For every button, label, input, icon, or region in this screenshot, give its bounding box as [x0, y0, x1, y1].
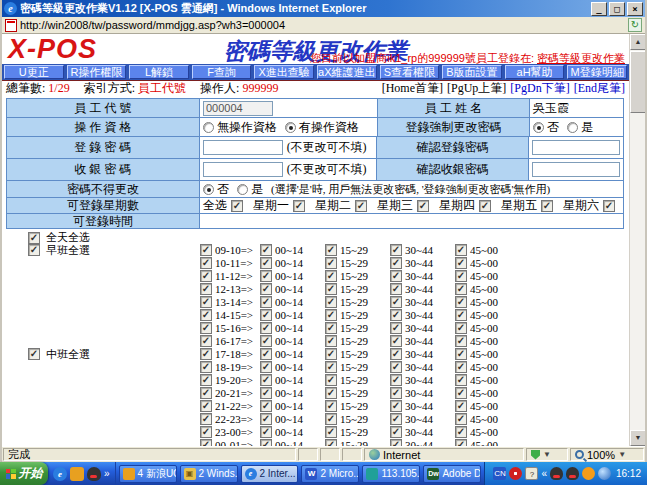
zoom-control[interactable]: 100%▼ [570, 448, 644, 461]
close-button[interactable]: × [627, 2, 643, 16]
checkbox[interactable]: ✓ [390, 296, 402, 308]
checkbox[interactable]: ✓ [325, 270, 337, 282]
toolbar-button[interactable]: M登錄明細 [567, 65, 627, 79]
checkbox[interactable]: ✓ [390, 283, 402, 295]
checkbox[interactable]: ✓ [325, 244, 337, 256]
checkbox[interactable]: ✓ [260, 296, 272, 308]
record-nav-link[interactable]: [Home首筆] [382, 80, 443, 97]
checkbox[interactable]: ✓ [260, 244, 272, 256]
checkbox[interactable]: ✓ [390, 400, 402, 412]
checkbox[interactable]: ✓ [417, 200, 429, 212]
protected-mode-panel[interactable]: ▼ [526, 448, 568, 461]
toolbar-button[interactable]: aX維護進出 [317, 65, 377, 79]
toolbar-button[interactable]: S查看權限 [380, 65, 440, 79]
checkbox[interactable]: ✓ [390, 309, 402, 321]
record-nav-link[interactable]: [PgUp上筆] [447, 80, 506, 97]
checkbox[interactable]: ✓ [260, 348, 272, 360]
checkbox[interactable]: ✓ [455, 426, 467, 438]
radio-button[interactable] [285, 122, 296, 133]
qq-tray-icon[interactable] [566, 467, 579, 480]
checkbox[interactable]: ✓ [603, 200, 615, 212]
checkbox[interactable]: ✓ [325, 361, 337, 373]
minimize-button[interactable]: _ [591, 2, 607, 16]
checkbox[interactable]: ✓ [260, 309, 272, 321]
checkbox[interactable]: ✓ [325, 335, 337, 347]
checkbox[interactable]: ✓ [231, 200, 243, 212]
checkbox[interactable]: ✓ [390, 374, 402, 386]
checkbox[interactable]: ✓ [293, 200, 305, 212]
checkbox[interactable]: ✓ [390, 439, 402, 446]
checkbox[interactable]: ✓ [200, 309, 212, 321]
checkbox[interactable]: ✓ [455, 257, 467, 269]
checkbox[interactable]: ✓ [200, 413, 212, 425]
fire-tray-icon[interactable] [582, 467, 595, 480]
radio-button[interactable] [533, 122, 544, 133]
checkbox[interactable]: ✓ [455, 387, 467, 399]
checkbox[interactable]: ✓ [325, 400, 337, 412]
checkbox[interactable]: ✓ [479, 200, 491, 212]
checkbox[interactable]: ✓ [200, 400, 212, 412]
checkbox[interactable]: ✓ [325, 309, 337, 321]
login-notice-link[interactable]: 密碼等級更改作業 [537, 52, 625, 64]
checkbox[interactable]: ✓ [325, 439, 337, 446]
checkbox[interactable]: ✓ [200, 270, 212, 282]
checkbox[interactable]: ✓ [541, 200, 553, 212]
checkbox[interactable]: ✓ [390, 270, 402, 282]
checkbox[interactable]: ✓ [355, 200, 367, 212]
task-button[interactable]: e2 Inter...▼ [241, 465, 299, 483]
radio-button[interactable] [237, 184, 248, 195]
checkbox[interactable]: ✓ [200, 335, 212, 347]
checkbox[interactable]: ✓ [325, 374, 337, 386]
maximize-button[interactable]: □ [609, 2, 625, 16]
record-nav-link[interactable]: [PgDn下筆] [510, 80, 569, 97]
start-button[interactable]: 开始 [0, 462, 48, 485]
checkbox[interactable]: ✓ [455, 413, 467, 425]
scroll-up-icon[interactable]: ▲ [630, 34, 645, 50]
checkbox[interactable]: ✓ [325, 322, 337, 334]
checkbox[interactable]: ✓ [455, 335, 467, 347]
checkbox[interactable]: ✓ [260, 361, 272, 373]
help-tray-icon[interactable]: ? [525, 467, 538, 480]
checkbox[interactable]: ✓ [260, 270, 272, 282]
checkbox[interactable]: ✓ [390, 413, 402, 425]
checkbox[interactable]: ✓ [325, 426, 337, 438]
checkbox[interactable]: ✓ [455, 374, 467, 386]
checkbox[interactable]: ✓ [455, 361, 467, 373]
toolbar-button[interactable]: R操作權限 [67, 65, 127, 79]
checkbox[interactable]: ✓ [260, 335, 272, 347]
task-button[interactable]: 4 新浪UC▼ [119, 465, 177, 483]
toolbar-button[interactable]: aH幫助 [505, 65, 565, 79]
checkbox[interactable]: ✓ [200, 361, 212, 373]
task-button[interactable]: W2 Micro...▼ [301, 465, 359, 483]
checkbox[interactable]: ✓ [325, 348, 337, 360]
checkbox[interactable]: ✓ [390, 387, 402, 399]
checkbox[interactable]: ✓ [260, 322, 272, 334]
checkbox[interactable]: ✓ [325, 296, 337, 308]
uc-icon[interactable] [70, 467, 84, 481]
checkbox[interactable]: ✓ [260, 400, 272, 412]
radio-button[interactable] [203, 184, 214, 195]
task-button[interactable]: ▣2 Winds...▼ [180, 465, 238, 483]
checkbox[interactable]: ✓ [200, 348, 212, 360]
ie-icon[interactable]: e [53, 467, 67, 481]
qq-icon[interactable] [87, 467, 101, 481]
checkbox[interactable]: ✓ [200, 322, 212, 334]
checkbox[interactable]: ✓ [390, 322, 402, 334]
confirm-cashier-password-input[interactable] [532, 162, 620, 177]
checkbox[interactable]: ✓ [455, 322, 467, 334]
radio-button[interactable] [567, 122, 578, 133]
checkbox[interactable]: ✓ [200, 426, 212, 438]
checkbox[interactable]: ✓ [455, 270, 467, 282]
checkbox[interactable]: ✓ [28, 348, 40, 360]
globe-tray-icon[interactable] [598, 467, 611, 480]
checkbox[interactable]: ✓ [260, 257, 272, 269]
checkbox[interactable]: ✓ [325, 283, 337, 295]
login-password-input[interactable] [203, 140, 283, 155]
checkbox[interactable]: ✓ [325, 387, 337, 399]
employee-code-input[interactable] [203, 101, 273, 116]
checkbox[interactable]: ✓ [260, 413, 272, 425]
go-icon[interactable]: ↻ [628, 18, 642, 32]
checkbox[interactable]: ✓ [260, 283, 272, 295]
toolbar-button[interactable]: U更正 [4, 65, 64, 79]
checkbox[interactable]: ✓ [28, 244, 40, 256]
